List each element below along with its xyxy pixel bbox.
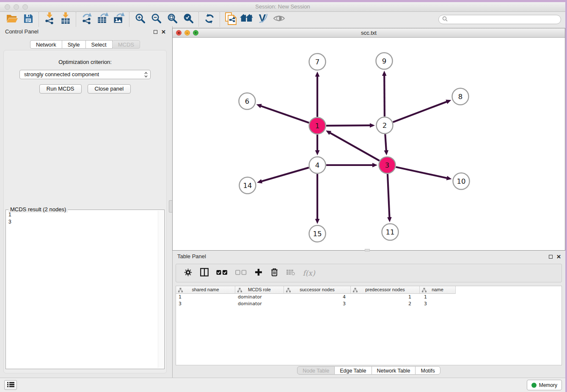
edge-3-10[interactable] xyxy=(396,167,448,178)
import-network-button[interactable] xyxy=(41,13,58,26)
houses-icon xyxy=(240,14,253,25)
tab-select[interactable]: Select xyxy=(85,40,113,49)
fit-content-button[interactable] xyxy=(164,13,180,26)
column-header-shared-name[interactable]: shared name xyxy=(176,286,235,294)
cell-0-predecessor-nodes[interactable]: 1 xyxy=(351,294,420,301)
delete-table-button[interactable] xyxy=(284,267,297,279)
zoom-out-button[interactable] xyxy=(148,13,164,26)
zoom-button[interactable] xyxy=(22,4,28,10)
criterion-select[interactable]: strongly connected component xyxy=(19,70,151,79)
close-panel-icon[interactable]: ✕ xyxy=(161,29,166,35)
table-settings-button[interactable] xyxy=(182,267,194,279)
cell-0-shared-name[interactable]: 1 xyxy=(176,294,235,301)
export-table-icon xyxy=(97,12,109,26)
show-graphics-details-button[interactable] xyxy=(271,13,287,26)
network-canvas[interactable]: 7968124314101511 xyxy=(173,38,565,250)
export-image-button[interactable] xyxy=(111,13,127,26)
cell-1-name[interactable]: 3 xyxy=(420,301,456,307)
delete-row-button[interactable] xyxy=(268,267,281,279)
zoom-out-icon xyxy=(151,13,162,26)
cell-0-successor-nodes[interactable]: 4 xyxy=(284,294,351,301)
edge-2-9[interactable] xyxy=(384,75,385,116)
edge-3-1[interactable] xyxy=(330,133,380,160)
deselect-all-button[interactable] xyxy=(233,267,248,279)
cell-1-mcds-role[interactable]: dominator xyxy=(235,301,284,307)
column-hierarchy-icon xyxy=(178,287,183,294)
control-panel: Control Panel ✕ NetworkStyleSelectMCDS O… xyxy=(0,26,170,378)
save-session-button[interactable] xyxy=(20,13,36,26)
import-table-button[interactable] xyxy=(58,13,74,26)
column-hierarchy-icon xyxy=(353,287,358,294)
edge-1-6[interactable] xyxy=(260,106,309,123)
column-header-name[interactable]: name xyxy=(420,286,456,294)
cell-1-successor-nodes[interactable]: 3 xyxy=(284,301,351,307)
result-scrollbar[interactable] xyxy=(158,211,163,368)
tab-edge-table[interactable]: Edge Table xyxy=(334,366,372,375)
search-input[interactable] xyxy=(449,16,557,23)
search-field[interactable] xyxy=(438,15,561,24)
select-all-button[interactable] xyxy=(214,267,229,279)
zoom-in-button[interactable] xyxy=(132,13,148,26)
tab-node-table[interactable]: Node Table xyxy=(297,366,335,375)
close-panel-button[interactable]: Close panel xyxy=(88,84,131,94)
column-header-predecessor-nodes[interactable]: predecessor nodes xyxy=(351,286,420,294)
add-row-button[interactable] xyxy=(252,267,264,279)
zoom-in-icon xyxy=(135,13,146,26)
zoom-selected-icon xyxy=(183,13,194,26)
trash-icon xyxy=(271,268,278,278)
cell-1-predecessor-nodes[interactable]: 2 xyxy=(351,301,420,307)
cell-1-shared-name[interactable]: 3 xyxy=(176,301,235,307)
cyweb-button[interactable] xyxy=(255,13,271,26)
node-label-4: 4 xyxy=(315,161,320,169)
tab-network[interactable]: Network xyxy=(30,40,62,49)
run-mcds-button[interactable]: Run MCDS xyxy=(39,84,82,94)
network-maximize-button[interactable]: + xyxy=(193,30,198,36)
mcds-result-text: 1 3 xyxy=(8,211,157,368)
open-session-button[interactable] xyxy=(4,13,20,26)
edge-arrowhead xyxy=(384,150,388,155)
network-close-button[interactable]: ✕ xyxy=(176,30,182,36)
node-label-9: 9 xyxy=(382,57,387,65)
zoom-selected-button[interactable] xyxy=(180,13,196,26)
export-table-button[interactable] xyxy=(95,13,111,26)
refresh-icon xyxy=(204,13,215,26)
export-network-button[interactable] xyxy=(79,13,95,26)
delete-table-icon xyxy=(286,269,295,277)
edge-1-2[interactable] xyxy=(326,125,371,126)
column-header-mcds-role[interactable]: MCDS role xyxy=(235,286,284,294)
titlebar: Session: New Session xyxy=(0,2,565,12)
close-button[interactable] xyxy=(5,4,10,10)
function-builder-button[interactable]: f(x) xyxy=(300,267,317,279)
edge-2-3[interactable] xyxy=(385,134,386,151)
header-filler xyxy=(456,286,561,294)
tab-style[interactable]: Style xyxy=(62,40,86,49)
close-table-panel-icon[interactable]: ✕ xyxy=(556,254,561,259)
open-from-ndex-button[interactable] xyxy=(223,13,239,26)
network-minimize-button[interactable]: − xyxy=(184,30,190,36)
list-icon xyxy=(7,381,14,389)
apply-layout-button[interactable] xyxy=(201,13,217,26)
columns-icon xyxy=(200,268,209,278)
cell-0-mcds-role[interactable]: dominator xyxy=(235,294,284,301)
float-table-panel-icon[interactable] xyxy=(549,255,553,259)
minimize-button[interactable] xyxy=(14,4,19,10)
criterion-value: strongly connected component xyxy=(24,71,99,77)
column-header-successor-nodes[interactable]: successor nodes xyxy=(284,286,351,294)
table-row[interactable]: 1dominator411 xyxy=(176,294,561,301)
tab-network-table[interactable]: Network Table xyxy=(372,366,416,375)
edge-4-14[interactable] xyxy=(261,168,309,182)
table-body: 1dominator4113dominator323 xyxy=(176,294,561,307)
memory-button[interactable]: Memory xyxy=(527,380,562,390)
float-panel-icon[interactable] xyxy=(154,30,157,34)
tab-motifs[interactable]: Motifs xyxy=(415,366,440,375)
split-columns-button[interactable] xyxy=(198,267,210,279)
edge-3-11[interactable] xyxy=(388,174,390,218)
tab-mcds[interactable]: MCDS xyxy=(112,40,140,49)
edge-2-8[interactable] xyxy=(393,102,448,122)
table-row[interactable]: 3dominator323 xyxy=(176,301,561,307)
plus-icon xyxy=(255,268,262,278)
cell-0-name[interactable]: 1 xyxy=(420,294,456,301)
task-history-button[interactable] xyxy=(4,380,17,390)
home-button[interactable] xyxy=(239,13,255,26)
import-network-icon xyxy=(44,12,55,26)
